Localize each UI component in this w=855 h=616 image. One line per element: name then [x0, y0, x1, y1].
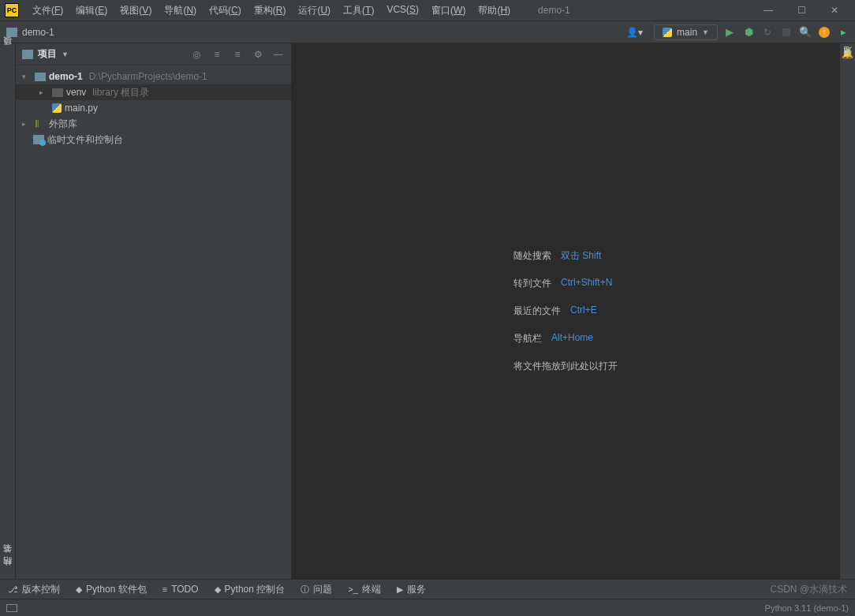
folder-icon [52, 88, 63, 97]
bottom-tool-TODO[interactable]: ≡TODO [162, 584, 199, 595]
menu-item[interactable]: 视图(V) [114, 2, 157, 20]
tool-label: 问题 [313, 583, 332, 596]
settings-button[interactable]: ⚙ [252, 49, 264, 60]
tool-label: TODO [171, 584, 198, 595]
breadcrumb[interactable]: demo-1 [6, 27, 54, 38]
menu-item[interactable]: 文件(F) [27, 2, 69, 20]
add-config-button[interactable]: 👤▾ [622, 25, 648, 39]
project-icon [6, 28, 17, 37]
tree-scratch[interactable]: 临时文件和控制台 [16, 132, 291, 147]
maximize-button[interactable]: ☐ [792, 5, 811, 16]
run-button[interactable]: ▶ [724, 27, 735, 38]
tool-label: Python 控制台 [225, 583, 286, 596]
structure-tab[interactable]: 结构 [0, 566, 16, 579]
tree-ext-libs[interactable]: ▸ 外部库 [16, 116, 291, 132]
left-gutter-bottom: 书签 结构 [0, 554, 16, 579]
window-title: demo-1 [538, 5, 570, 16]
tool-window-toggle[interactable] [6, 604, 17, 612]
toolbar: demo-1 👤▾ main ▼ ▶ ⬢ ↻ 🔍 ↑ ▸ [0, 21, 855, 43]
pycharm-logo-icon: PC [5, 3, 19, 17]
tree-main-py[interactable]: main.py [16, 100, 291, 116]
project-tab[interactable]: 项目 [0, 48, 15, 54]
tool-label: 服务 [407, 583, 426, 596]
minimize-button[interactable]: — [759, 5, 778, 16]
tool-icon: ⓘ [301, 584, 309, 595]
stop-button[interactable] [781, 27, 792, 38]
shortcut-key: 双击 Shift [561, 249, 601, 263]
bottom-tool-Python 控制台[interactable]: ◆Python 控制台 [215, 583, 286, 596]
tool-label: 终端 [362, 583, 381, 596]
debug-button[interactable]: ⬢ [743, 27, 754, 38]
tool-icon: ⎇ [8, 584, 18, 595]
menu-bar: 文件(F)编辑(E)视图(V)导航(N)代码(C)重构(R)运行(U)工具(T)… [27, 2, 516, 20]
menu-item[interactable]: 代码(C) [203, 2, 247, 20]
project-sidebar: 项目 ▼ ◎ ≡ ≡ ⚙ — ▾ demo-1 D:\PycharmProjec… [16, 43, 292, 579]
chevron-down-icon: ▼ [702, 28, 709, 36]
status-bar: Python 3.11 (demo-1) [0, 599, 855, 616]
tree-root[interactable]: ▾ demo-1 D:\PycharmProjects\demo-1 [16, 69, 291, 84]
sidebar-header: 项目 ▼ ◎ ≡ ≡ ⚙ — [16, 43, 291, 65]
breadcrumb-label: demo-1 [22, 27, 54, 38]
notifications-tab[interactable]: 通知 [840, 59, 855, 65]
expand-icon[interactable]: ▸ [22, 120, 32, 128]
root-path: D:\PycharmProjects\demo-1 [89, 71, 207, 82]
shortcut-row: 最近的文件Ctrl+E [513, 304, 618, 318]
sidebar-title: 项目 [38, 47, 57, 61]
menu-item[interactable]: 帮助(H) [472, 2, 516, 20]
venv-hint: library 根目录 [92, 86, 149, 99]
project-icon [22, 50, 33, 59]
bookmarks-tab[interactable]: 书签 [0, 554, 16, 566]
right-gutter: 🔔 通知 [839, 43, 855, 579]
bottom-tool-版本控制[interactable]: ⎇版本控制 [8, 583, 60, 596]
shortcut-hints: 随处搜索双击 Shift转到文件Ctrl+Shift+N最近的文件Ctrl+E导… [513, 249, 618, 373]
hide-button[interactable]: — [272, 49, 285, 60]
tool-label: 版本控制 [22, 583, 60, 596]
scratch-label: 临时文件和控制台 [47, 133, 123, 147]
shortcut-label: 将文件拖放到此处以打开 [513, 360, 618, 373]
tool-icon: ▶ [397, 584, 403, 595]
main-body: 项目 项目 ▼ ◎ ≡ ≡ ⚙ — ▾ demo-1 D:\PycharmPro… [0, 43, 855, 579]
expand-icon[interactable]: ▸ [39, 88, 49, 96]
editor-area[interactable]: 随处搜索双击 Shift转到文件Ctrl+Shift+N最近的文件Ctrl+E导… [292, 43, 839, 579]
tool-icon: ≡ [162, 584, 167, 594]
run-config-selector[interactable]: main ▼ [654, 24, 718, 40]
menu-item[interactable]: VCS(S) [381, 2, 424, 20]
notifications-icon[interactable]: 🔔 [842, 48, 853, 59]
menu-item[interactable]: 工具(T) [338, 2, 379, 20]
ext-label: 外部库 [49, 118, 77, 131]
main-py-label: main.py [65, 103, 98, 114]
shortcut-label: 导航栏 [513, 332, 542, 345]
update-button[interactable]: ↑ [819, 27, 830, 38]
python-icon [663, 28, 672, 37]
bottom-tool-服务[interactable]: ▶服务 [397, 583, 426, 596]
window-controls: — ☐ ✕ [759, 5, 850, 16]
bottom-tool-问题[interactable]: ⓘ问题 [301, 583, 332, 596]
search-button[interactable]: 🔍 [800, 27, 811, 38]
shortcut-label: 随处搜索 [513, 249, 551, 263]
menu-item[interactable]: 重构(R) [248, 2, 292, 20]
tool-icon: ◆ [76, 584, 82, 595]
venv-label: venv [66, 87, 86, 98]
interpreter-label[interactable]: Python 3.11 (demo-1) [765, 603, 849, 613]
title-bar: PC 文件(F)编辑(E)视图(V)导航(N)代码(C)重构(R)运行(U)工具… [0, 0, 855, 21]
collapse-all-button[interactable]: ≡ [231, 49, 244, 60]
left-gutter: 项目 [0, 43, 16, 579]
run-coverage-button[interactable]: ↻ [762, 27, 773, 38]
menu-item[interactable]: 运行(U) [293, 2, 336, 20]
expand-all-button[interactable]: ≡ [211, 49, 223, 60]
menu-item[interactable]: 窗口(W) [426, 2, 471, 20]
menu-item[interactable]: 导航(N) [159, 2, 202, 20]
tool-label: Python 软件包 [86, 583, 147, 596]
watermark: CSDN @水滴技术 [770, 583, 847, 596]
code-with-me-button[interactable]: ▸ [838, 27, 849, 38]
close-button[interactable]: ✕ [825, 5, 844, 16]
chevron-down-icon[interactable]: ▼ [62, 50, 69, 58]
expand-icon[interactable]: ▾ [22, 73, 32, 80]
bottom-tool-Python 软件包[interactable]: ◆Python 软件包 [76, 583, 147, 596]
tree-venv[interactable]: ▸ venv library 根目录 [16, 84, 291, 100]
root-label: demo-1 [49, 71, 83, 82]
menu-item[interactable]: 编辑(E) [70, 2, 113, 20]
bottom-tool-终端[interactable]: >_终端 [348, 583, 381, 596]
locate-button[interactable]: ◎ [190, 49, 203, 60]
project-tree: ▾ demo-1 D:\PycharmProjects\demo-1 ▸ ven… [16, 65, 291, 151]
